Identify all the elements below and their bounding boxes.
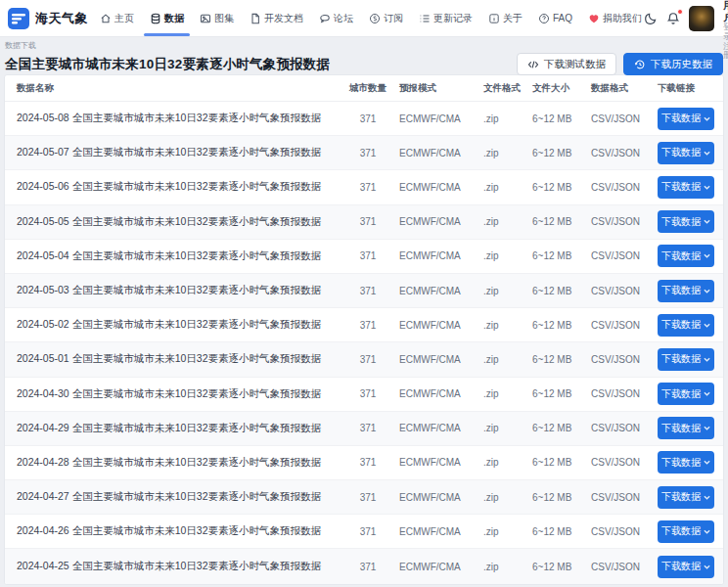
cell-model: ECMWF/CMA — [390, 216, 475, 227]
download-data-button[interactable]: 下载数据 — [658, 348, 714, 371]
table-row: 2024-04-26 全国主要城市城市未来10日32要素逐小时气象预报数据 37… — [5, 515, 723, 549]
table-row: 2024-05-02 全国主要城市城市未来10日32要素逐小时气象预报数据 37… — [5, 308, 723, 342]
cell-model: ECMWF/CMA — [390, 423, 475, 433]
cell-data-format: CSV/JSON — [586, 492, 647, 503]
download-button-label: 下载数据 — [661, 180, 701, 194]
brand-name: 海天气象 — [35, 10, 88, 27]
chevron-down-icon — [704, 252, 710, 259]
download-data-button[interactable]: 下载数据 — [658, 556, 714, 578]
notifications-button[interactable] — [666, 12, 680, 25]
nav-item-about[interactable]: 关于 — [486, 0, 524, 36]
download-data-button[interactable]: 下载数据 — [658, 520, 714, 543]
login-register-link[interactable]: 登录/注册 — [723, 23, 728, 61]
nav-item-label: 论坛 — [334, 12, 353, 25]
cell-file-size: 6~12 MB — [526, 286, 586, 296]
download-button-label: 下载数据 — [661, 490, 701, 504]
cell-data-format: CSV/JSON — [586, 250, 647, 261]
cell-model: ECMWF/CMA — [390, 182, 475, 193]
nav-item-home[interactable]: 主页 — [98, 0, 136, 36]
cell-name: 2024-05-06 全国主要城市城市未来10日32要素逐小时气象预报数据 — [5, 180, 345, 194]
download-button-label: 下载数据 — [661, 318, 701, 332]
download-data-button[interactable]: 下载数据 — [658, 280, 714, 302]
col-header-download: 下载链接 — [647, 82, 723, 95]
nav-item-faq[interactable]: FAQ — [536, 0, 574, 36]
cell-file-size: 6~12 MB — [526, 182, 586, 193]
table-row: 2024-05-08 全国主要城市城市未来10日32要素逐小时气象预报数据 37… — [5, 102, 723, 136]
app-logo-icon — [8, 8, 29, 29]
cell-model: ECMWF/CMA — [390, 526, 475, 537]
table-row: 2024-04-28 全国主要城市城市未来10日32要素逐小时气象预报数据 37… — [5, 446, 723, 480]
nav-item-gallery[interactable]: 图集 — [198, 0, 236, 36]
download-button-label: 下载数据 — [661, 560, 701, 573]
chevron-down-icon — [704, 425, 710, 431]
download-data-button[interactable]: 下载数据 — [658, 142, 714, 164]
cell-data-format: CSV/JSON — [586, 526, 647, 537]
download-data-button[interactable]: 下载数据 — [658, 486, 714, 509]
cell-file-size: 6~12 MB — [526, 148, 586, 158]
cell-model: ECMWF/CMA — [390, 492, 475, 503]
nav-item-subscribe[interactable]: 订阅 — [367, 0, 405, 36]
dark-mode-toggle[interactable] — [644, 12, 658, 25]
changelog-icon — [419, 13, 431, 24]
cell-file-size: 6~12 MB — [526, 216, 586, 227]
chevron-down-icon — [704, 494, 710, 501]
cell-model: ECMWF/CMA — [390, 354, 475, 365]
about-icon — [488, 13, 500, 24]
cell-cities: 371 — [345, 423, 390, 433]
download-data-button[interactable]: 下载数据 — [658, 210, 714, 233]
cell-model: ECMWF/CMA — [390, 388, 475, 399]
nav-item-docs[interactable]: 开发文档 — [248, 0, 305, 36]
table-row: 2024-05-04 全国主要城市城市未来10日32要素逐小时气象预报数据 37… — [5, 240, 723, 274]
nav-item-forum[interactable]: 论坛 — [317, 0, 355, 36]
download-data-button[interactable]: 下载数据 — [658, 417, 714, 439]
table-row: 2024-04-25 全国主要城市城市未来10日32要素逐小时气象预报数据 37… — [5, 549, 723, 583]
chevron-down-icon — [704, 115, 710, 122]
cell-name: 2024-05-08 全国主要城市城市未来10日32要素逐小时气象预报数据 — [5, 112, 345, 125]
download-data-button[interactable]: 下载数据 — [658, 314, 714, 337]
brand[interactable]: 海天气象 — [8, 8, 88, 29]
nav-item-changelog[interactable]: 更新记录 — [417, 0, 475, 36]
cell-file-format: .zip — [475, 457, 526, 468]
home-icon — [100, 13, 112, 24]
user-meta: 匿名用户 登录/注册 — [723, 0, 728, 61]
download-data-button[interactable]: 下载数据 — [658, 108, 714, 130]
download-data-button[interactable]: 下载数据 — [658, 176, 714, 199]
heart-icon — [588, 13, 600, 24]
chevron-down-icon — [704, 390, 710, 397]
table-row: 2024-04-27 全国主要城市城市未来10日32要素逐小时气象预报数据 37… — [5, 480, 723, 515]
cell-cities: 371 — [345, 457, 390, 468]
chevron-down-icon — [704, 184, 710, 191]
download-test-data-button[interactable]: 下载测试数据 — [517, 53, 616, 75]
chevron-down-icon — [704, 150, 710, 157]
table-row: 2024-05-01 全国主要城市城市未来10日32要素逐小时气象预报数据 37… — [5, 342, 723, 377]
cell-data-format: CSV/JSON — [586, 423, 647, 433]
cell-file-size: 6~12 MB — [526, 320, 586, 331]
download-data-button[interactable]: 下载数据 — [658, 245, 714, 267]
avatar[interactable] — [689, 6, 714, 31]
nav-item-label: FAQ — [553, 13, 572, 23]
download-data-button[interactable]: 下载数据 — [658, 383, 714, 405]
gallery-icon — [200, 13, 211, 24]
navbar-right: 匿名用户 登录/注册 — [644, 0, 728, 61]
cell-cities: 371 — [345, 148, 390, 158]
cell-file-format: .zip — [475, 354, 526, 365]
cell-data-format: CSV/JSON — [586, 148, 647, 158]
nav-item-donate[interactable]: 捐助我们 — [586, 0, 644, 36]
cell-file-size: 6~12 MB — [526, 250, 586, 261]
cell-file-size: 6~12 MB — [526, 354, 586, 365]
cell-name: 2024-05-05 全国主要城市城市未来10日32要素逐小时气象预报数据 — [5, 215, 345, 229]
cell-file-size: 6~12 MB — [526, 492, 586, 503]
cell-data-format: CSV/JSON — [586, 354, 647, 365]
subscribe-icon — [369, 13, 381, 24]
download-data-button[interactable]: 下载数据 — [658, 451, 714, 474]
col-header-file-format: 文件格式 — [475, 82, 526, 95]
nav-item-data[interactable]: 数据 — [148, 0, 186, 36]
chevron-down-icon — [704, 459, 710, 466]
cell-cities: 371 — [345, 562, 390, 572]
cell-model: ECMWF/CMA — [390, 113, 475, 124]
page-title: 全国主要城市城市未来10日32要素逐小时气象预报数据 — [5, 56, 330, 73]
table-body: 2024-05-08 全国主要城市城市未来10日32要素逐小时气象预报数据 37… — [5, 102, 723, 584]
cell-cities: 371 — [345, 526, 390, 537]
cell-file-format: .zip — [475, 250, 526, 261]
cell-name: 2024-05-07 全国主要城市城市未来10日32要素逐小时气象预报数据 — [5, 146, 345, 159]
